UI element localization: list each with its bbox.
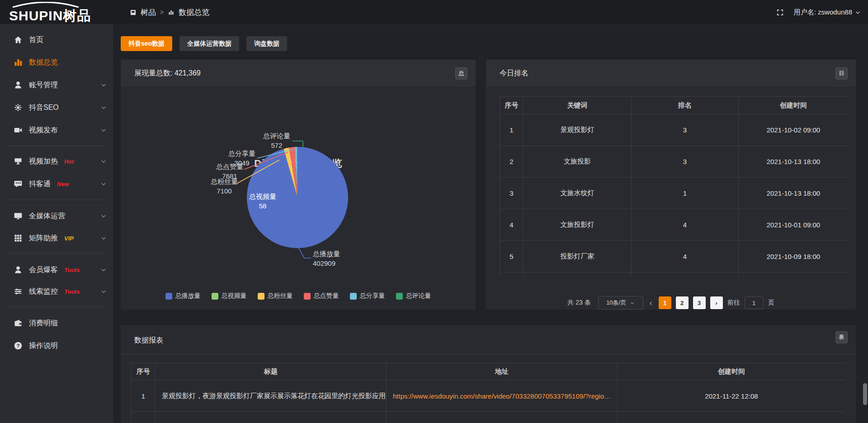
sidebar-divider: [5, 146, 108, 146]
user-menu[interactable]: 用户名: zswodun88: [794, 8, 861, 17]
breadcrumb-root[interactable]: 树品: [141, 7, 156, 18]
vip-badge: VIP: [64, 235, 74, 242]
tab-inquiry-data[interactable]: 询盘数据: [246, 36, 287, 51]
pie-label-value: 572: [256, 141, 297, 150]
page-size-select[interactable]: 10条/页: [598, 296, 643, 310]
pie-label-videos: 总视频量 58: [242, 192, 283, 211]
sidebar-item-clue-monitor[interactable]: 线索监控 Tools: [0, 282, 113, 301]
chevron-down-icon: [630, 301, 635, 306]
sidebar-item-label: 首页: [29, 35, 43, 45]
sidebar-item-media-ops[interactable]: 全媒体运营: [0, 207, 113, 225]
today-rank-panel: 今日排名 日 序号 关键词 排名 创建时间 1 景观投影灯 3 2021-10-…: [486, 60, 856, 310]
day-toggle-button[interactable]: 日: [835, 67, 848, 80]
wallet-icon: [14, 319, 23, 328]
chevron-down-icon: [100, 104, 107, 111]
pie-label-name: 总评论量: [256, 131, 297, 141]
legend-item[interactable]: 总评论量: [396, 292, 431, 300]
fullscreen-icon[interactable]: [776, 9, 784, 16]
col-header-index: 序号: [132, 363, 156, 381]
legend-swatch: [212, 293, 218, 300]
page-button-1[interactable]: 1: [659, 296, 671, 309]
logo-text: SHUPIN树品: [9, 7, 91, 25]
app-root: SHUPIN树品 树品 > 数据总览 用户名: zswodun88 首页: [0, 0, 868, 423]
legend-item[interactable]: 总粉丝量: [258, 292, 293, 300]
table-row[interactable]: 1 景观投影灯，夜游景观投影灯厂家展示展示落花灯在花园里的灯光投影应用效果 # …: [132, 381, 846, 412]
sidebar-item-douketong[interactable]: 抖客通 New: [0, 175, 113, 193]
grid-icon: [14, 234, 23, 243]
app-logo: SHUPIN树品: [9, 1, 106, 24]
topbar-right: 用户名: zswodun88: [776, 0, 861, 24]
legend-label: 总粉丝量: [268, 292, 293, 300]
sidebar-item-label: 矩阵助推: [29, 234, 58, 243]
panel-header: 展现量总数: 421,369 总: [121, 60, 476, 87]
pie-label-comments: 总评论量 572: [256, 131, 297, 150]
username-label: 用户名: zswodun88: [794, 8, 852, 17]
pie-label-name: 总粉丝量: [204, 177, 245, 186]
sidebar-item-help[interactable]: ? 操作说明: [0, 337, 113, 355]
chart-legend: 总播放量 总视频量 总粉丝量 总点赞量 总分享量 总评论量: [121, 292, 476, 300]
cell-url-link[interactable]: https://www.iesdouyin.com/share/video/70…: [387, 381, 618, 412]
sidebar-item-douyin-seo[interactable]: 抖音SEO: [0, 99, 113, 117]
screen-icon: [14, 157, 23, 166]
legend-swatch: [165, 293, 172, 300]
page-button-3[interactable]: 3: [693, 296, 706, 309]
col-header-keyword: 关键词: [524, 97, 632, 114]
col-header-rank: 排名: [632, 97, 739, 114]
sidebar-item-label: 视频加热: [29, 157, 58, 166]
seo-pie-chart[interactable]: [121, 87, 476, 310]
breadcrumb: 树品 > 数据总览: [130, 0, 209, 24]
top-header: SHUPIN树品 树品 > 数据总览 用户名: zswodun88: [0, 0, 868, 24]
cell-index: 2: [500, 146, 524, 178]
next-page-button[interactable]: ›: [710, 296, 723, 309]
sidebar-item-member-burst[interactable]: 会员爆客 Tools: [0, 261, 113, 279]
sliders-icon: [14, 287, 23, 296]
cell-created: 2021-11-22 12:08: [618, 381, 846, 412]
gear-icon: [14, 103, 23, 112]
sidebar-item-home[interactable]: 首页: [0, 31, 113, 49]
table-row[interactable]: 4 文旅投影灯 4 2021-10-01 09:00: [500, 209, 849, 241]
cell-rank: 4: [632, 241, 739, 273]
sidebar-item-video-heat[interactable]: 视频加热 Hot: [0, 152, 113, 170]
cell-rank: 1: [632, 178, 739, 209]
col-header-url: 地址: [387, 363, 618, 381]
tab-media-ops-data[interactable]: 全媒体运营数据: [179, 36, 239, 51]
legend-label: 总点赞量: [314, 292, 339, 300]
chat-bubble-icon: [14, 179, 23, 188]
rank-panel-title: 今日排名: [500, 69, 528, 78]
prev-page-button[interactable]: ‹: [648, 298, 654, 308]
breadcrumb-current[interactable]: 数据总览: [179, 7, 209, 18]
sidebar-item-consumption[interactable]: 消费明细: [0, 314, 113, 332]
total-toggle-button[interactable]: 总: [455, 67, 467, 80]
goto-page-input[interactable]: [745, 296, 764, 309]
sidebar-item-label: 视频发布: [29, 126, 58, 135]
svg-text:?: ?: [16, 343, 19, 348]
legend-label: 总视频量: [222, 292, 247, 300]
table-row[interactable]: 2 文旅投影 3 2021-10-13 18:00: [500, 146, 849, 178]
label-leader-line: [299, 248, 311, 258]
chevron-down-icon: [100, 235, 107, 241]
scrollbar-thumb[interactable]: [863, 383, 867, 405]
page-button-2[interactable]: 2: [676, 296, 689, 309]
sidebar-divider: [5, 253, 108, 254]
table-row[interactable]: 3 文旅水纹灯 1 2021-10-13 18:00: [500, 178, 849, 209]
pagination-total: 共 23 条: [567, 299, 590, 307]
rank-table-wrap: 序号 关键词 排名 创建时间 1 景观投影灯 3 2021-10-02 09:0…: [500, 96, 848, 277]
pagination: 共 23 条 10条/页 ‹ 1 2 3 › 前往 页: [486, 296, 856, 309]
tab-douyin-seo-data[interactable]: 抖音seo数据: [121, 36, 172, 51]
legend-item[interactable]: 总视频量: [212, 292, 247, 300]
sidebar-item-data-overview[interactable]: 数据总览: [0, 53, 113, 71]
table-row[interactable]: 5 投影灯厂家 4 2021-10-09 18:00: [500, 241, 849, 273]
scrollbar[interactable]: [863, 24, 867, 423]
sidebar-item-video-publish[interactable]: 视频发布: [0, 121, 113, 139]
legend-item[interactable]: 总点赞量: [304, 292, 339, 300]
table-row[interactable]: 1 景观投影灯 3 2021-10-02 09:00: [500, 114, 849, 146]
pie-label-name: 总点赞量: [209, 162, 250, 171]
sidebar-item-accounts[interactable]: 账号管理: [0, 76, 113, 94]
legend-item[interactable]: 总播放量: [165, 292, 201, 300]
sidebar-item-matrix-boost[interactable]: 矩阵助推 VIP: [0, 229, 113, 247]
table-toggle-button[interactable]: 表: [835, 331, 848, 343]
legend-item[interactable]: 总分享量: [350, 292, 385, 300]
report-panel-title: 数据报表: [134, 336, 163, 345]
cell-index: 5: [500, 241, 524, 273]
sidebar-item-label: 抖音SEO: [29, 103, 59, 113]
